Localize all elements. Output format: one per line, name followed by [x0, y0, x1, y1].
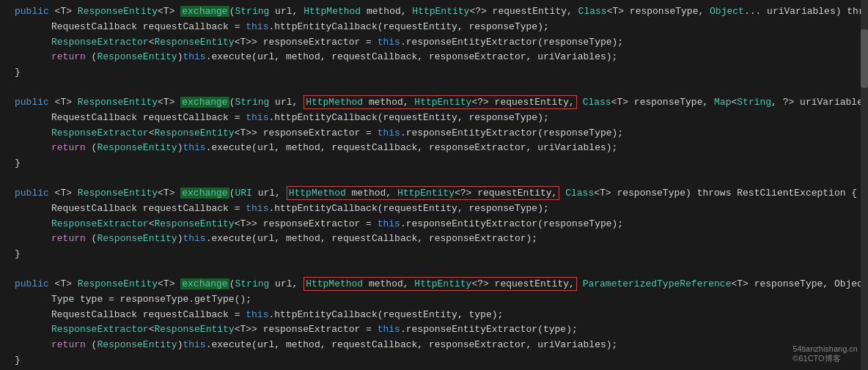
code-block-4: public <T> ResponseEntity<T> exchange(St… [0, 273, 868, 370]
code-text: <T>> responseExtractor = [235, 127, 378, 138]
type: ResponseEntity [154, 218, 234, 229]
code-text: url, [269, 278, 304, 289]
code-text: .execute(url, method, requestCallback, r… [206, 142, 618, 153]
type: ResponseEntity [154, 37, 234, 48]
code-text: <T> [158, 188, 180, 199]
code-text [577, 278, 583, 289]
code-text: <T> [158, 278, 180, 289]
type: ResponseEntity [97, 233, 177, 244]
code-text: method, [363, 278, 414, 289]
code-line: return (ResponseEntity)this.execute(url,… [0, 232, 868, 247]
watermark: 54tianzhishang.cn ©61CTO博客 [792, 344, 858, 364]
code-text: <T> [158, 6, 180, 17]
code-line: return (ResponseEntity)this.execute(url,… [0, 50, 868, 65]
keyword: public [15, 278, 55, 289]
code-line: ResponseExtractor<ResponseEntity<T>> res… [0, 126, 868, 141]
code-text: RequestCallback requestCallback = [51, 21, 246, 32]
code-text: , ?> uriVariables) [771, 97, 868, 108]
code-text: url, [269, 6, 304, 17]
type: ResponseExtractor [51, 127, 149, 138]
code-text: ( [229, 97, 235, 108]
keyword: return [51, 233, 92, 244]
code-text: ( [229, 188, 235, 199]
type: HttpEntity [414, 97, 471, 108]
gap [0, 267, 868, 273]
code-text: RequestCallback requestCallback = [51, 309, 246, 320]
type: HttpEntity [414, 278, 471, 289]
code-text: <T> responseType, Object. [731, 278, 868, 289]
type: ResponseExtractor [51, 218, 149, 229]
code-text: url, [269, 97, 304, 108]
code-text: <T> [158, 97, 180, 108]
type: ParameterizedTypeReference [583, 278, 732, 289]
red-box-highlight: HttpMethod method, HttpEntity<?> request… [304, 277, 577, 291]
red-box-highlight: HttpMethod method, HttpEntity<?> request… [287, 186, 560, 200]
keyword: this [246, 112, 268, 123]
code-text: .responseEntityExtractor(type); [400, 324, 578, 335]
scrollbar[interactable] [861, 0, 868, 370]
code-text: <T>> responseExtractor = [235, 37, 378, 48]
gap [0, 176, 868, 182]
type: URI [235, 188, 252, 199]
keyword: this [378, 37, 400, 48]
code-line: public <T> ResponseEntity<T> exchange(St… [0, 277, 868, 292]
code-text: <T> responseType, [607, 6, 710, 17]
method-highlight: exchange [180, 97, 229, 108]
code-text: method, [363, 97, 414, 108]
code-text: .httpEntityCallback(requestEntity, type)… [268, 309, 503, 320]
scrollbar-thumb[interactable] [861, 29, 868, 88]
closing-brace: } [0, 65, 868, 81]
code-text: method, [361, 6, 412, 17]
code-block-2: public <T> ResponseEntity<T> exchange(St… [0, 91, 868, 176]
type: HttpMethod [306, 97, 363, 108]
code-block-1: public <T> ResponseEntity<T> exchange(St… [0, 0, 868, 85]
method-highlight: exchange [180, 6, 229, 17]
type: HttpEntity [397, 188, 455, 199]
keyword: this [378, 218, 400, 229]
red-box-highlight: HttpMethod method, HttpEntity<?> request… [304, 95, 577, 109]
watermark-line1: 54tianzhishang.cn [792, 344, 858, 353]
type: ResponseEntity [78, 6, 158, 17]
code-text: <?> requestEntity, [455, 188, 557, 199]
keyword: public [15, 6, 55, 17]
code-text: .responseEntityExtractor(responseType); [400, 37, 623, 48]
type: ResponseEntity [78, 97, 158, 108]
keyword: this [246, 309, 268, 320]
code-text: .execute(url, method, requestCallback, r… [206, 233, 537, 244]
type: HttpMethod [304, 6, 361, 17]
type: String [235, 97, 270, 108]
code-line: RequestCallback requestCallback = this.h… [0, 201, 868, 217]
type: ResponseEntity [97, 142, 177, 153]
code-line: return (ResponseEntity)this.execute(url,… [0, 338, 868, 353]
code-text: RequestCallback requestCallback = [51, 203, 246, 214]
keyword: this [378, 324, 400, 335]
type: Class [578, 6, 607, 17]
keyword: this [183, 339, 205, 350]
code-line: public <T> ResponseEntity<T> exchange(St… [0, 4, 868, 20]
code-text: url, [252, 188, 287, 199]
code-text: .responseEntityExtractor(responseType); [400, 218, 623, 229]
type: ResponseEntity [154, 324, 234, 335]
code-text: <T> [55, 188, 78, 199]
type: ResponseExtractor [51, 37, 149, 48]
code-line: ResponseExtractor<ResponseEntity<T>> res… [0, 322, 868, 338]
code-text [577, 97, 583, 108]
type: String [235, 278, 270, 289]
code-text: method, [346, 188, 397, 199]
code-text: <T> [55, 6, 78, 17]
code-line: public <T> ResponseEntity<T> exchange(St… [0, 95, 868, 111]
closing-brace: } [0, 156, 868, 171]
type: Map [714, 97, 731, 108]
code-line: RequestCallback requestCallback = this.h… [0, 308, 868, 323]
code-text: <T> [55, 97, 78, 108]
keyword: public [15, 188, 55, 199]
type: String [737, 97, 771, 108]
type: ResponseEntity [154, 127, 234, 138]
type: Object [710, 6, 744, 17]
gap [0, 85, 868, 91]
code-text: .responseEntityExtractor(responseType); [400, 127, 623, 138]
code-text: .execute(url, method, requestCallback, r… [206, 339, 618, 350]
type: Class [565, 188, 594, 199]
code-text: .httpEntityCallback(requestEntity, respo… [268, 21, 548, 32]
method-highlight: exchange [180, 278, 229, 289]
